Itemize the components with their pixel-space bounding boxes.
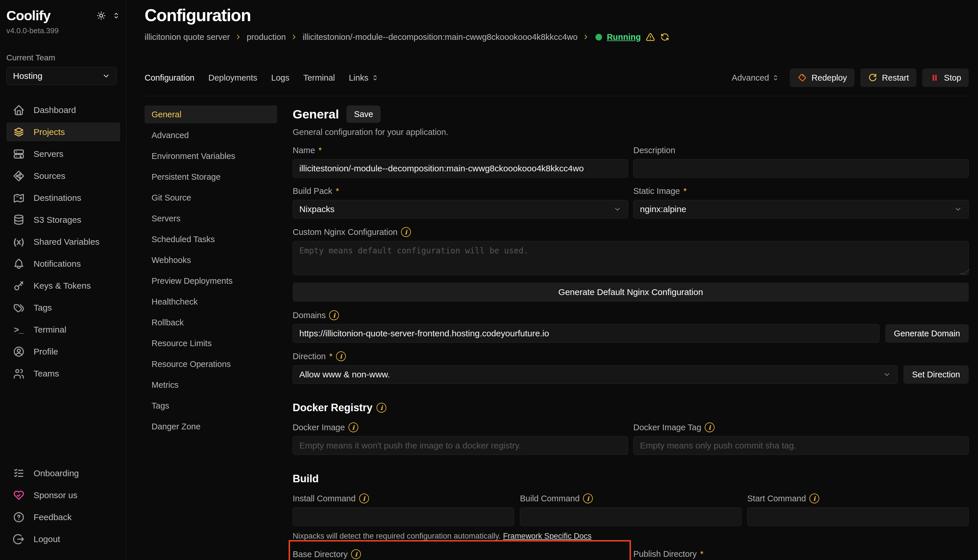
home-icon [13,104,25,116]
checklist-icon [13,467,25,479]
warning-triangle-icon[interactable] [645,32,655,42]
subnav-item-rollback[interactable]: Rollback [145,313,277,332]
sidebar-item-projects[interactable]: Projects [7,123,120,141]
stop-button[interactable]: Stop [922,68,969,87]
tab-logs[interactable]: Logs [271,73,289,83]
subnav-item-environment-variables[interactable]: Environment Variables [145,147,277,165]
static-image-label: Static Image* [633,187,969,196]
heart-icon [13,489,25,501]
direction-select[interactable]: Allow www & non-www. [293,365,898,384]
section-description: General configuration for your applicati… [293,127,969,137]
source-icon [13,170,25,182]
page-title: Configuration [145,7,969,24]
section-heading-general: General [293,108,339,120]
subnav-item-scheduled-tasks[interactable]: Scheduled Tasks [145,230,277,248]
advanced-dropdown[interactable]: Advanced [732,73,779,83]
breadcrumb-project[interactable]: illicitonion quote server [145,32,230,42]
bell-icon [13,258,25,270]
sidebar-item-teams[interactable]: Teams [7,364,120,383]
sidebar-item-s3-storages[interactable]: S3 Storages [7,210,120,229]
description-label: Description [633,146,969,155]
current-team-label: Current Team [7,53,120,62]
set-direction-button[interactable]: Set Direction [903,365,969,384]
redeploy-button[interactable]: Redeploy [790,68,854,87]
sidebar-item-sponsor[interactable]: Sponsor us [7,486,120,505]
sidebar-item-dashboard[interactable]: Dashboard [7,100,120,119]
subnav-item-metrics[interactable]: Metrics [145,376,277,394]
start-command-input[interactable] [747,507,969,526]
build-pack-select[interactable]: Nixpacks [293,200,628,218]
subnav-item-preview-deployments[interactable]: Preview Deployments [145,272,277,290]
sidebar-item-onboarding[interactable]: Onboarding [7,464,120,483]
status-running-link[interactable]: Running [607,32,641,42]
tab-configuration[interactable]: Configuration [145,73,195,83]
chevron-down-icon [883,370,891,378]
docker-image-tag-input[interactable] [633,436,969,455]
sidebar-item-destinations[interactable]: Destinations [7,188,120,207]
description-input[interactable] [633,159,969,178]
sidebar-item-tags[interactable]: Tags [7,298,120,317]
redeploy-icon [797,73,807,83]
info-icon[interactable] [336,352,346,361]
subnav-item-servers[interactable]: Servers [145,210,277,227]
save-button[interactable]: Save [346,105,381,123]
sidebar-item-servers[interactable]: Servers [7,145,120,163]
generate-nginx-button[interactable]: Generate Default Nginx Configuration [293,283,969,302]
tab-deployments[interactable]: Deployments [209,73,257,83]
sidebar-nav: Dashboard Projects Servers Sources Desti… [7,100,120,383]
theme-selector-icon[interactable] [112,12,120,20]
chevron-right-icon [582,33,590,41]
sidebar-item-terminal[interactable]: >_ Terminal [7,320,120,339]
build-command-input[interactable] [520,507,741,526]
info-icon[interactable] [351,549,361,559]
info-icon[interactable] [376,403,386,413]
required-mark: * [336,187,339,196]
team-select[interactable]: Hosting [7,67,117,85]
required-mark: * [700,549,703,559]
sidebar-item-profile[interactable]: Profile [7,342,120,361]
subnav-item-resource-operations[interactable]: Resource Operations [145,355,277,373]
restart-button[interactable]: Restart [860,68,916,87]
breadcrumb-environment[interactable]: production [247,32,286,42]
subnav-item-tags[interactable]: Tags [145,397,277,415]
generate-domain-button[interactable]: Generate Domain [885,324,969,343]
install-command-input[interactable] [293,507,514,526]
subnav-item-webhooks[interactable]: Webhooks [145,251,277,269]
info-icon[interactable] [705,422,715,432]
subnav-item-resource-limits[interactable]: Resource Limits [145,334,277,352]
tabs-divider [145,96,969,96]
help-circle-icon [13,511,25,523]
tabs-row: Configuration Deployments Logs Terminal … [145,68,969,87]
subnav-item-persistent-storage[interactable]: Persistent Storage [145,168,277,186]
theme-sun-icon[interactable] [96,10,106,21]
info-icon[interactable] [348,422,358,432]
info-icon[interactable] [329,310,339,320]
tab-terminal[interactable]: Terminal [303,73,335,83]
info-icon[interactable] [359,493,369,503]
subnav-item-git-source[interactable]: Git Source [145,189,277,207]
framework-docs-link[interactable]: Framework Specific Docs [503,532,591,540]
info-icon[interactable] [401,227,411,237]
sidebar-item-sources[interactable]: Sources [7,167,120,185]
docker-image-input[interactable] [293,436,628,455]
subnav-item-healthcheck[interactable]: Healthcheck [145,293,277,311]
tab-links[interactable]: Links [349,73,379,83]
custom-nginx-textarea[interactable] [293,241,969,275]
info-icon[interactable] [809,493,819,503]
subnav-item-general[interactable]: General [145,105,277,123]
sidebar-item-logout[interactable]: Logout [7,530,120,548]
sidebar-item-feedback[interactable]: Feedback [7,508,120,527]
breadcrumb-application[interactable]: illicitestonion/-module--decomposition:m… [303,32,577,42]
sidebar-item-shared-variables[interactable]: (x) Shared Variables [7,232,120,251]
sidebar-item-keys-tokens[interactable]: Keys & Tokens [7,276,120,295]
refresh-icon[interactable] [660,32,670,42]
info-icon[interactable] [583,493,593,503]
static-image-select[interactable]: nginx:alpine [633,200,969,218]
sidebar-item-notifications[interactable]: Notifications [7,254,120,273]
domains-input[interactable] [293,324,879,343]
subnav-item-advanced[interactable]: Advanced [145,126,277,144]
restart-icon [868,73,878,83]
domains-label: Domains [293,310,969,320]
subnav-item-danger-zone[interactable]: Danger Zone [145,418,277,435]
name-input[interactable] [293,159,628,178]
